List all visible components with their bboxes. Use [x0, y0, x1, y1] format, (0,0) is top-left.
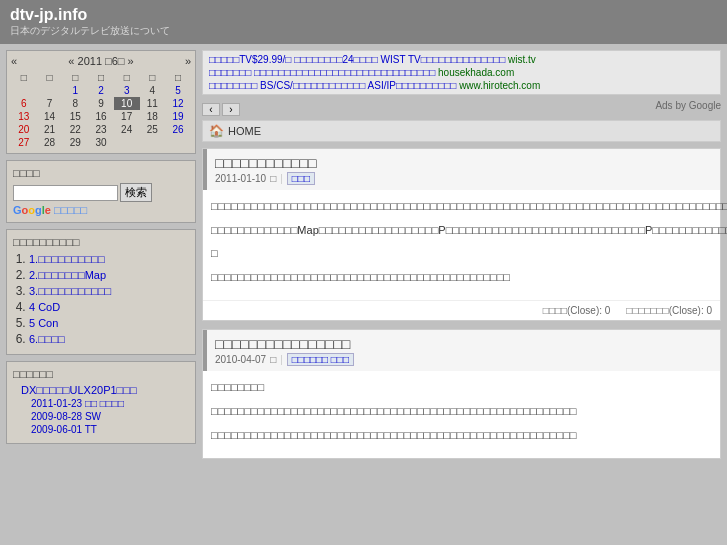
recent-list: DX□□□□□ULX20P1□□□ 2011-01-23 □□ □□□□ 200… — [13, 384, 189, 435]
ad-text-1: □□□□□TV$29.99/□ □□□□□□□□24□□□□ WIST TV□□… — [209, 54, 505, 65]
calendar-prev[interactable]: « — [11, 55, 17, 67]
search-title: □□□□ — [13, 167, 189, 179]
ad-domain-3: www.hirotech.com — [459, 80, 540, 91]
search-row: 検索 — [13, 183, 189, 202]
article-1-close-label: □□□□(Close): 0 — [543, 305, 611, 316]
article-2-tag[interactable]: □□□□□□ □□□ — [287, 354, 354, 365]
article-2-meta: 2010-04-07 □ | □□□□□□ □□□ — [215, 354, 712, 365]
cal-th-sat: □ — [165, 71, 191, 84]
article-2-header: □□□□□□□□□□□□□□□□ 2010-04-07 □ | □□□□□□ □… — [203, 330, 720, 371]
link-item-4[interactable]: 4 CoD — [29, 301, 60, 313]
link-item-5[interactable]: 5 Con — [29, 317, 58, 329]
ad-next-button[interactable]: › — [222, 103, 240, 116]
cal-day: 1 — [62, 84, 88, 97]
article-1-tag[interactable]: □□□ — [287, 173, 315, 184]
cal-day: 24 — [114, 123, 140, 136]
cal-th-fri: □ — [140, 71, 166, 84]
list-item: 2009-08-28 SW — [21, 411, 189, 422]
list-item: 3.□□□□□□□□□□□ — [29, 284, 189, 298]
calendar-table: □ □ □ □ □ □ □ 1 2 3 — [11, 71, 191, 149]
cal-day — [37, 84, 63, 97]
search-input[interactable] — [13, 185, 118, 201]
list-item: 4 CoD — [29, 300, 189, 314]
recent-sub-item[interactable]: 2009-08-28 SW — [31, 411, 101, 422]
cal-day: 5 — [165, 84, 191, 97]
ad-link-3[interactable]: □□□□□□□□ BS/CS/□□□□□□□□□□□□ ASI/IP□□□□□□… — [209, 80, 540, 91]
article-2-para-2: □□□□□□□□□□□□□□□□□□□□□□□□□□□□□□□□□□□□□□□□… — [211, 403, 712, 421]
ad-item-1: □□□□□TV$29.99/□ □□□□□□□□24□□□□ WIST TV□□… — [209, 54, 714, 65]
recent-title: □□□□□□ — [13, 368, 189, 380]
cal-day: 6 — [11, 97, 37, 110]
site-subtitle: 日本のデジタルテレビ放送について — [10, 24, 717, 38]
article-1-title: □□□□□□□□□□□□ — [215, 155, 712, 171]
article-1-para-2: □□□□□□□□□□□□□Map□□□□□□□□□□□□□□□□□□P□□□□□… — [211, 222, 712, 240]
main-wrapper: « « 2011 □6□ » » □ □ □ □ □ □ □ — [0, 44, 727, 473]
article-1-footer: □□□□(Close): 0 □□□□□□□(Close): 0 — [203, 300, 720, 320]
cal-day — [11, 84, 37, 97]
home-icon: 🏠 — [209, 124, 224, 138]
cal-day: 12 — [165, 97, 191, 110]
cal-day: 18 — [140, 110, 166, 123]
search-widget: □□□□ 検索 Google □□□□□ — [6, 160, 196, 223]
links-widget: □□□□□□□□□□ 1.□□□□□□□□□□ 2.□□□□□□□Map 3.□… — [6, 229, 196, 355]
cal-day: 3 — [114, 84, 140, 97]
cal-th-tue: □ — [62, 71, 88, 84]
cal-day: 4 — [140, 84, 166, 97]
cal-th-thu: □ — [114, 71, 140, 84]
cal-day: 25 — [140, 123, 166, 136]
list-item: 2009-06-01 TT — [21, 424, 189, 435]
cal-day: 21 — [37, 123, 63, 136]
cal-day: 7 — [37, 97, 63, 110]
google-label: Google □□□□□ — [13, 204, 189, 216]
cal-day — [114, 136, 140, 149]
cal-day: 13 — [11, 110, 37, 123]
ad-domain-2: housekhada.com — [438, 67, 514, 78]
site-header: dtv-jp.info 日本のデジタルテレビ放送について — [0, 0, 727, 44]
calendar-next[interactable]: » — [185, 55, 191, 67]
article-1: □□□□□□□□□□□□ 2011-01-10 □ | □□□ □□□□□□□□… — [202, 148, 721, 321]
list-item: DX□□□□□ULX20P1□□□ — [21, 384, 189, 396]
cal-day: 23 — [88, 123, 114, 136]
calendar-meta-icon-2: □ — [270, 354, 276, 365]
ad-link-1[interactable]: □□□□□TV$29.99/□ □□□□□□□□24□□□□ WIST TV□□… — [209, 54, 536, 65]
recent-sub-item[interactable]: 2011-01-23 □□ □□□□ — [31, 398, 124, 409]
article-1-para-3: □ — [211, 245, 712, 263]
cal-th-sun: □ — [11, 71, 37, 84]
main-content: □□□□□TV$29.99/□ □□□□□□□□24□□□□ WIST TV□□… — [202, 50, 721, 467]
article-2-title: □□□□□□□□□□□□□□□□ — [215, 336, 712, 352]
recent-sub-item[interactable]: 2009-06-01 TT — [31, 424, 97, 435]
links-list: 1.□□□□□□□□□□ 2.□□□□□□□Map 3.□□□□□□□□□□□ … — [13, 252, 189, 346]
link-item-3[interactable]: 3.□□□□□□□□□□□ — [29, 285, 111, 297]
cal-day: 30 — [88, 136, 114, 149]
article-1-body: □□□□□□□□□□□□□□□□□□□□□□□□□□□□□□□□□□□□□□□□… — [203, 190, 720, 300]
cal-day-today: 10 — [114, 97, 140, 110]
cal-th-mon: □ — [37, 71, 63, 84]
search-button[interactable]: 検索 — [120, 183, 152, 202]
cal-day: 17 — [114, 110, 140, 123]
breadcrumb-label: HOME — [228, 125, 261, 137]
cal-day — [140, 136, 166, 149]
sidebar: « « 2011 □6□ » » □ □ □ □ □ □ □ — [6, 50, 196, 467]
ad-text-3: □□□□□□□□ BS/CS/□□□□□□□□□□□□ ASI/IP□□□□□□… — [209, 80, 456, 91]
article-1-meta: 2011-01-10 □ | □□□ — [215, 173, 712, 184]
cal-day: 20 — [11, 123, 37, 136]
link-item-6[interactable]: 6.□□□□ — [29, 333, 65, 345]
ad-navigation: ‹ › — [202, 103, 240, 116]
link-item-1[interactable]: 1.□□□□□□□□□□ — [29, 253, 105, 265]
article-2-para-3: □□□□□□□□□□□□□□□□□□□□□□□□□□□□□□□□□□□□□□□□… — [211, 427, 712, 445]
calendar-month-year: « 2011 □6□ » — [68, 55, 133, 67]
article-1-date: 2011-01-10 — [215, 173, 266, 184]
article-2-body: □□□□□□□□ □□□□□□□□□□□□□□□□□□□□□□□□□□□□□□□… — [203, 371, 720, 458]
link-item-2[interactable]: 2.□□□□□□□Map — [29, 269, 106, 281]
calendar-widget: « « 2011 □6□ » » □ □ □ □ □ □ □ — [6, 50, 196, 154]
cal-day: 8 — [62, 97, 88, 110]
article-2: □□□□□□□□□□□□□□□□ 2010-04-07 □ | □□□□□□ □… — [202, 329, 721, 459]
article-1-close2-label: □□□□□□□(Close): 0 — [626, 305, 712, 316]
article-1-para-4: □□□□□□□□□□□□□□□□□□□□□□□□□□□□□□□□□□□□□□□□… — [211, 269, 712, 287]
list-item: 6.□□□□ — [29, 332, 189, 346]
ad-prev-button[interactable]: ‹ — [202, 103, 220, 116]
recent-main-item[interactable]: DX□□□□□ULX20P1□□□ — [21, 384, 137, 396]
ad-text-2: □□□□□□□ □□□□□□□□□□□□□□□□□□□□□□□□□□□□□□ — [209, 67, 435, 78]
site-title: dtv-jp.info — [10, 6, 717, 24]
ad-link-2[interactable]: □□□□□□□ □□□□□□□□□□□□□□□□□□□□□□□□□□□□□□ h… — [209, 67, 514, 78]
